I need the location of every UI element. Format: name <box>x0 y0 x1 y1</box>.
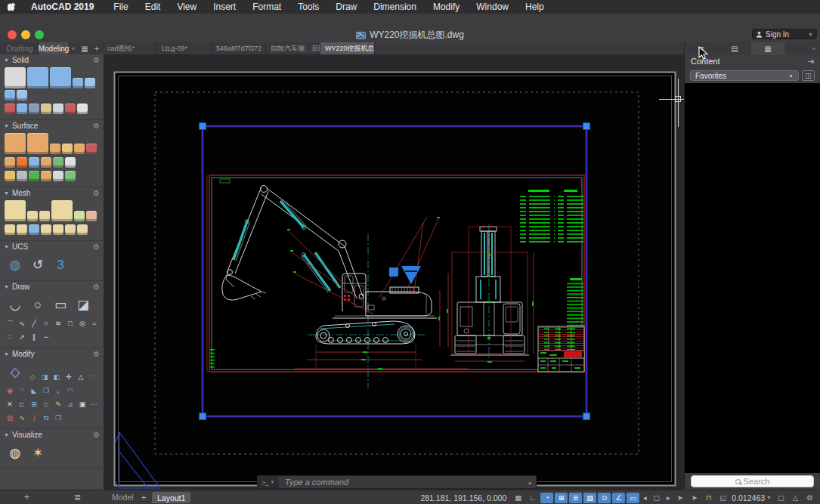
panel-layout-toggle-icon[interactable]: ◫ <box>802 70 815 81</box>
stretch-icon[interactable]: ◨ <box>39 372 50 382</box>
layout1-tab[interactable]: Layout1 <box>152 492 190 503</box>
extend-icon[interactable]: ⊏ <box>17 399 27 410</box>
tool-section-header[interactable]: ▼Mesh⚙ <box>0 187 104 199</box>
slice-icon[interactable] <box>85 78 95 88</box>
menu-format[interactable]: Format <box>244 0 289 14</box>
mesh-box-icon[interactable] <box>5 200 26 221</box>
panel-overflow-icon[interactable]: » <box>812 42 820 54</box>
command-history-caret-icon[interactable]: ▼ <box>271 480 275 484</box>
surface-analysis-icon[interactable] <box>65 171 76 181</box>
content-palette-icon[interactable]: ▦ <box>751 42 784 54</box>
reverse-icon[interactable]: ⇆ <box>41 413 51 423</box>
surface-tools-icon[interactable] <box>17 171 27 181</box>
file-tab[interactable]: WY220挖掘机总图* <box>320 42 375 54</box>
point-icon[interactable]: ∴ <box>5 332 15 342</box>
panel-close-icon[interactable]: ⇥ <box>807 57 814 66</box>
command-input[interactable]: Type a command <box>279 478 528 487</box>
array-rect-icon[interactable]: ⊞ <box>29 399 39 410</box>
surface-offset-icon[interactable] <box>74 144 85 154</box>
mirror-icon[interactable]: ◧ <box>51 372 62 382</box>
menu-modify[interactable]: Modify <box>425 0 468 14</box>
grid-display-icon[interactable]: ▦ <box>512 493 524 503</box>
viewport-grip[interactable] <box>583 413 590 420</box>
viewport-grip[interactable] <box>200 413 206 420</box>
gear-icon[interactable]: ⚙ <box>93 243 100 251</box>
new-drawing-tab-button[interactable]: + <box>91 42 103 54</box>
collapse-caret-icon[interactable]: ▼ <box>4 351 9 357</box>
polygon-icon[interactable]: □ <box>65 318 76 329</box>
subtract-icon[interactable] <box>17 104 27 114</box>
object-snap-tracking-icon[interactable]: ∠ <box>612 493 625 503</box>
annotation-autoscale-icon[interactable]: ➤ <box>688 493 701 503</box>
collapse-caret-icon[interactable]: ▼ <box>4 123 9 128</box>
chamfer-icon[interactable]: ◣ <box>29 385 39 396</box>
menu-view[interactable]: View <box>169 0 205 14</box>
multiline-icon[interactable]: = <box>89 318 100 329</box>
menu-help[interactable]: Help <box>517 0 552 14</box>
content-list-area[interactable] <box>685 83 820 473</box>
fillet-icon[interactable]: ◝ <box>17 385 27 396</box>
rotate-icon[interactable]: ◉ <box>5 385 15 396</box>
polysolid-icon[interactable] <box>50 67 71 88</box>
annotation-lock-icon[interactable]: ⊓ <box>702 493 715 503</box>
collapse-caret-icon[interactable]: ▼ <box>4 57 9 63</box>
surface-untrim-icon[interactable] <box>41 157 51 168</box>
gear-icon[interactable]: ⚙ <box>93 56 100 64</box>
thicken-icon[interactable] <box>41 104 51 114</box>
smooth-object-icon[interactable] <box>27 211 38 221</box>
surface-patch-icon[interactable] <box>62 144 73 154</box>
tool-section-header[interactable]: ▼Surface⚙ <box>0 120 104 131</box>
file-tab[interactable]: LtLg-09* <box>157 42 212 54</box>
gear-icon[interactable]: ⚙ <box>93 350 100 358</box>
menu-dimension[interactable]: Dimension <box>365 0 425 14</box>
scale-icon[interactable]: ⊿ <box>65 399 76 410</box>
surface-fillet-icon[interactable] <box>86 144 97 154</box>
isoplane-toggle-icon[interactable]: △ <box>789 493 802 503</box>
surface-blend-icon[interactable] <box>50 144 60 154</box>
split-face-icon[interactable] <box>41 224 51 235</box>
sweep-icon[interactable] <box>5 90 15 100</box>
collapse-caret-icon[interactable]: ▼ <box>4 244 9 249</box>
drawing-canvas[interactable] <box>104 54 684 490</box>
break-icon[interactable]: ⋯ <box>89 399 100 410</box>
move-icon[interactable]: ✛ <box>63 372 74 382</box>
mesh-uncrease-icon[interactable] <box>17 224 27 235</box>
materials-browser-icon[interactable]: ◍ <box>5 442 26 463</box>
menu-file[interactable]: File <box>105 0 136 14</box>
solid-plane-icon[interactable]: ◪ <box>73 294 94 315</box>
add-tool-set-button[interactable]: + <box>24 492 29 502</box>
file-tab[interactable]: cad图纸* <box>103 42 157 54</box>
snap-mode-icon[interactable]: ⊞ <box>555 493 568 503</box>
network-surface-icon[interactable] <box>5 133 26 154</box>
command-prompt-chip[interactable]: >_ ▼ <box>258 476 279 488</box>
isodraft-icon[interactable]: ◔ <box>540 493 553 503</box>
presspull-icon[interactable] <box>73 78 83 88</box>
cycle-next-icon[interactable]: ▸ <box>664 493 672 503</box>
polyline-icon[interactable]: ◡ <box>5 294 26 315</box>
erase-icon[interactable]: ✎ <box>53 399 63 410</box>
collapse-caret-icon[interactable]: ▼ <box>4 432 9 438</box>
spline-icon[interactable]: ∿ <box>17 318 27 329</box>
ray-icon[interactable]: ↗ <box>17 332 27 342</box>
viewport-grip[interactable] <box>200 123 206 130</box>
annotation-scale-value[interactable]: 0.012463 <box>732 493 765 502</box>
file-tab[interactable]: 自卸汽车侧、后图 <box>266 42 320 54</box>
search-input[interactable]: Search <box>691 475 814 487</box>
explode-icon[interactable]: ◇ <box>41 399 51 410</box>
new-layout-button[interactable]: + <box>141 493 146 502</box>
arc-edit-icon[interactable]: ◟ <box>53 385 63 396</box>
tool-section-header[interactable]: ▼UCS⚙ <box>0 241 104 252</box>
menu-tools[interactable]: Tools <box>289 0 327 14</box>
spin-triangle-icon[interactable] <box>77 224 88 235</box>
viewport-grip[interactable] <box>583 123 590 130</box>
annotation-scale-caret-icon[interactable]: ▼ <box>766 495 772 500</box>
arc-icon[interactable]: ⌒ <box>5 318 15 329</box>
hatch-background-icon[interactable]: ▨ <box>583 493 596 503</box>
smooth-less-icon[interactable] <box>86 211 97 221</box>
mirror-3d-icon[interactable]: △ <box>76 372 86 382</box>
solid-edit-icon[interactable] <box>77 104 88 114</box>
cv-add-icon[interactable] <box>29 171 39 181</box>
union-icon[interactable] <box>5 104 15 114</box>
settings-gear-icon[interactable]: ⚙ <box>803 493 816 503</box>
menu-edit[interactable]: Edit <box>137 0 169 14</box>
